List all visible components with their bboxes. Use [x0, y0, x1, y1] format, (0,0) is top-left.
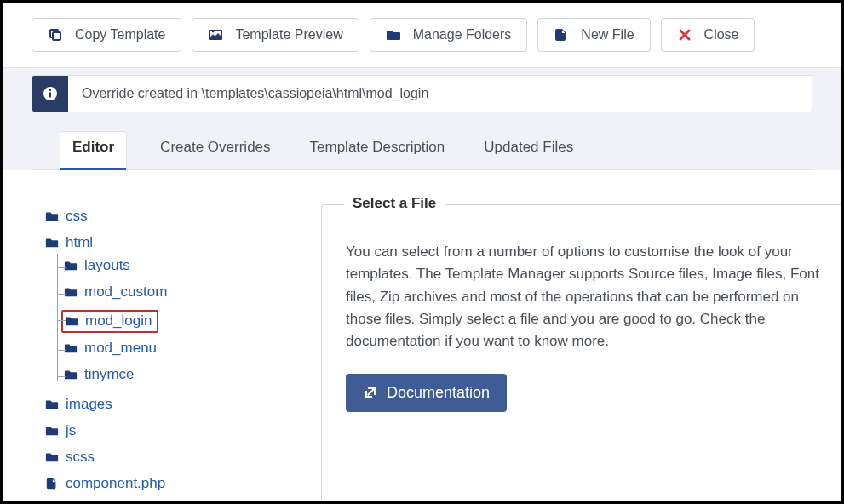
tree-item: js: [45, 419, 301, 445]
image-icon: [208, 27, 223, 43]
folder-mod-menu[interactable]: mod_menu: [64, 340, 157, 357]
tab-updated-files[interactable]: Updated Files: [479, 132, 578, 170]
documentation-button[interactable]: Documentation: [346, 374, 507, 412]
close-icon: [677, 27, 692, 43]
new-file-button[interactable]: New File: [537, 18, 650, 52]
file-icon: [554, 27, 569, 43]
tab-create-overrides[interactable]: Create Overrides: [155, 132, 275, 170]
folder-scss[interactable]: scss: [45, 449, 95, 466]
file-icon: [45, 477, 59, 490]
tree-label: tinymce: [84, 366, 135, 383]
manage-folders-button[interactable]: Manage Folders: [370, 18, 528, 52]
content-area: css html layouts mod_custom mod_login mo…: [3, 170, 841, 504]
panel-legend: Select a File: [344, 195, 445, 212]
tree-label: scss: [66, 449, 95, 466]
folder-icon: [64, 285, 78, 299]
tree-item: mod_login: [64, 306, 301, 336]
folder-icon: [45, 398, 59, 411]
tree-label: mod_custom: [84, 284, 167, 301]
info-icon: [32, 76, 68, 112]
tree-item: component.php: [45, 472, 301, 498]
button-label: New File: [581, 27, 634, 43]
tree-label: js: [66, 422, 76, 439]
folder-css[interactable]: css: [45, 208, 88, 225]
copy-template-button[interactable]: Copy Template: [32, 18, 181, 52]
folder-images[interactable]: images: [45, 396, 112, 413]
tabs: Editor Create Overrides Template Descrip…: [32, 112, 812, 170]
tree-label: images: [66, 396, 112, 413]
tab-label: Editor: [72, 139, 114, 155]
button-label: Template Preview: [235, 27, 342, 43]
file-tree: css html layouts mod_custom mod_login mo…: [45, 204, 301, 504]
tree-label: html: [66, 234, 93, 251]
panel-body-text: You can select from a number of options …: [346, 241, 824, 353]
tab-template-description[interactable]: Template Description: [305, 132, 451, 170]
button-label: Documentation: [387, 384, 490, 402]
folder-icon: [386, 27, 401, 43]
tab-label: Create Overrides: [160, 139, 270, 155]
button-label: Manage Folders: [413, 27, 512, 43]
folder-mod-login[interactable]: mod_login: [61, 310, 158, 333]
info-alert: Override created in \templates\cassiopei…: [32, 75, 812, 112]
folder-icon: [64, 341, 78, 355]
tree-label: css: [66, 208, 88, 225]
tab-label: Updated Files: [484, 139, 573, 155]
folder-html[interactable]: html: [45, 234, 93, 251]
folder-mod-custom[interactable]: mod_custom: [64, 284, 167, 301]
tree-item: layouts: [64, 254, 301, 280]
template-preview-button[interactable]: Template Preview: [192, 18, 359, 52]
alert-area: Override created in \templates\cassiopei…: [3, 68, 841, 170]
tree-label: mod_login: [85, 312, 152, 329]
tree-item: mod_menu: [64, 336, 301, 363]
folder-icon: [45, 450, 59, 464]
folder-icon: [64, 259, 78, 272]
tree-label: layouts: [84, 257, 130, 274]
folder-icon: [65, 314, 78, 328]
tree-label: component.php: [66, 475, 165, 492]
external-link-icon: [363, 385, 378, 400]
tree-item: html layouts mod_custom mod_login mod_me…: [45, 231, 301, 392]
close-button[interactable]: Close: [661, 18, 755, 52]
tab-editor[interactable]: Editor: [60, 132, 126, 170]
file-component-php[interactable]: component.php: [45, 475, 165, 492]
alert-message: Override created in \templates\cassiopei…: [68, 76, 442, 112]
folder-icon: [45, 424, 59, 438]
folder-icon: [45, 209, 59, 223]
copy-icon: [48, 27, 63, 43]
tree-item: images: [45, 392, 301, 419]
tree-item: scss: [45, 445, 301, 472]
folder-icon: [45, 236, 59, 249]
folder-js[interactable]: js: [45, 422, 76, 439]
select-file-panel: Select a File You can select from a numb…: [321, 204, 844, 504]
button-label: Close: [704, 27, 739, 43]
tree-item: css: [45, 204, 301, 231]
folder-icon: [64, 368, 78, 381]
tree-item: error.php: [45, 498, 301, 504]
tree-item: tinymce: [64, 363, 301, 389]
button-label: Copy Template: [75, 27, 165, 43]
folder-tinymce[interactable]: tinymce: [64, 366, 135, 383]
tree-item: mod_custom: [64, 280, 301, 306]
tree-label: mod_menu: [84, 340, 157, 357]
folder-layouts[interactable]: layouts: [64, 257, 130, 274]
toolbar: Copy Template Template Preview Manage Fo…: [3, 3, 841, 68]
tab-label: Template Description: [310, 139, 445, 155]
